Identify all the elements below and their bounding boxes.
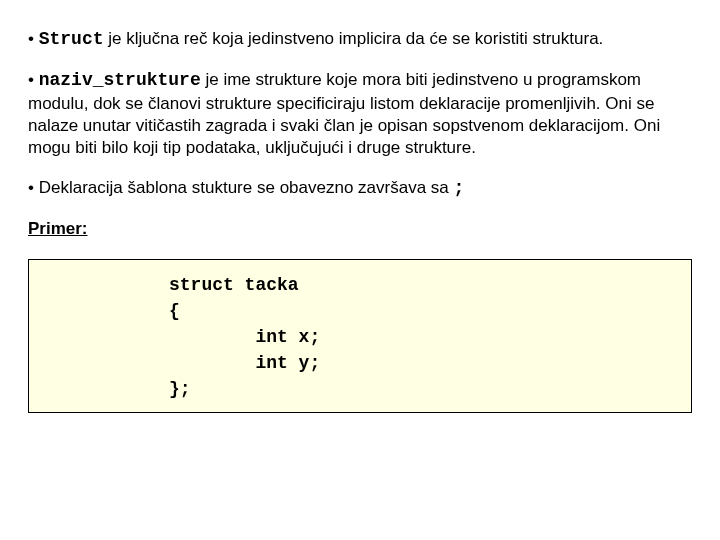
paragraph-struct-text: je ključna reč koja jedinstveno implicir…: [104, 29, 604, 48]
paragraph-deklaracija-text: • Deklaracija šablona stukture se obavez…: [28, 178, 454, 197]
code-example: struct tacka { int x; int y; };: [28, 259, 692, 413]
keyword-struct: Struct: [39, 29, 104, 49]
paragraph-deklaracija: • Deklaracija šablona stukture se obavez…: [28, 177, 692, 200]
primer-heading: Primer:: [28, 218, 692, 240]
paragraph-naziv: • naziv_strukture je ime strukture koje …: [28, 69, 692, 159]
keyword-naziv-strukture: naziv_strukture: [39, 70, 201, 90]
paragraph-struct: • Struct je ključna reč koja jedinstveno…: [28, 28, 692, 51]
primer-label: Primer:: [28, 219, 88, 238]
bullet: •: [28, 29, 39, 48]
bullet: •: [28, 70, 39, 89]
document-page: • Struct je ključna reč koja jedinstveno…: [0, 0, 720, 413]
keyword-semicolon: ;: [454, 178, 465, 198]
